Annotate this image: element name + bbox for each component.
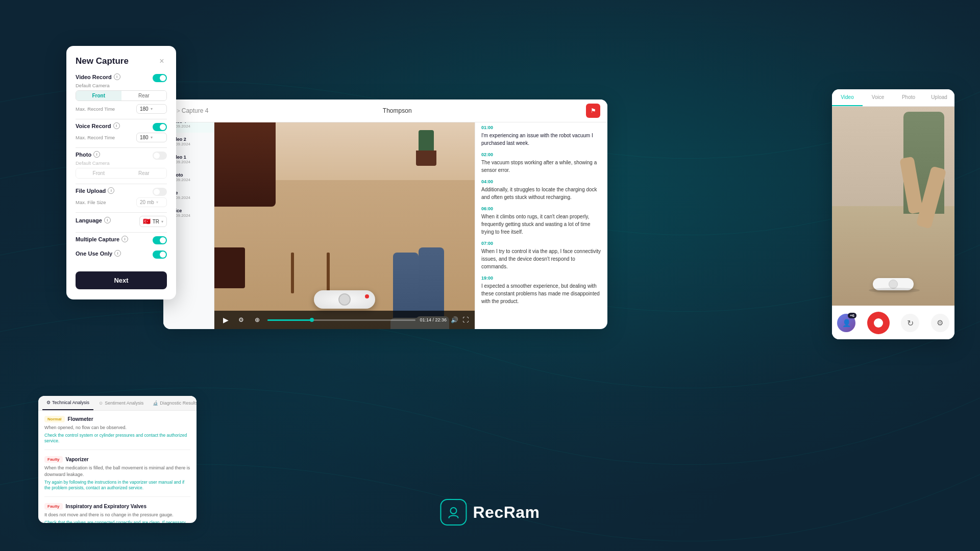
analysis-item: Faulty Inspiratory and Expiratory Valves… bbox=[44, 503, 190, 523]
voice-chevron-icon: ▾ bbox=[151, 135, 153, 140]
file-upload-toggle[interactable] bbox=[153, 188, 167, 196]
rec-scene bbox=[832, 107, 954, 306]
volume-button[interactable]: 🔊 bbox=[451, 316, 458, 323]
file-chevron-icon: ▾ bbox=[156, 200, 158, 205]
photo-front-btn: Front bbox=[76, 168, 121, 178]
record-button[interactable] bbox=[867, 312, 890, 334]
next-button[interactable]: Next bbox=[76, 271, 167, 289]
avatar-group[interactable]: 👤 +6 bbox=[837, 314, 855, 332]
technical-analysis-icon: ⚙ bbox=[46, 400, 51, 405]
play-button[interactable]: ▶ bbox=[220, 315, 231, 325]
video-record-label: Video Record bbox=[76, 74, 112, 80]
transcript-time: 07:00 bbox=[481, 241, 601, 246]
analysis-panel: ⚙ Technical Analysis ☺ Sentiment Analysi… bbox=[38, 396, 197, 523]
one-use-only-toggle[interactable] bbox=[153, 251, 167, 259]
transcript-panel: ✏️ Transcript ≡ Summary 01:00 I'm experi… bbox=[475, 99, 607, 329]
svg-point-0 bbox=[450, 508, 456, 514]
flag-button[interactable]: ⚑ bbox=[586, 104, 600, 118]
close-button[interactable]: × bbox=[157, 56, 167, 66]
transcript-text: When I try to control it via the app, I … bbox=[481, 247, 601, 270]
language-info-icon[interactable]: i bbox=[104, 217, 111, 223]
transcript-text: When it climbs onto rugs, it can't clean… bbox=[481, 213, 601, 236]
analysis-content: Normal Flowmeter When opened, no flow ca… bbox=[38, 411, 197, 523]
camera-front-btn[interactable]: Front bbox=[76, 91, 121, 101]
transcript-text: The vacuum stops working after a while, … bbox=[481, 159, 601, 174]
photo-info-icon[interactable]: i bbox=[93, 151, 100, 158]
tab-sentiment-analysis[interactable]: ☺ Sentiment Analysis bbox=[94, 396, 148, 410]
settings-video-icon[interactable]: ⚙ bbox=[235, 314, 247, 326]
transcript-content: 01:00 I'm experiencing an issue with the… bbox=[475, 120, 607, 329]
language-select[interactable]: 🇹🇷 TR ▾ bbox=[139, 216, 167, 227]
lang-chevron-icon: ▾ bbox=[161, 219, 163, 224]
voice-max-time-label: Max. Record Time bbox=[76, 135, 133, 140]
one-use-only-label: One Use Only bbox=[76, 251, 112, 257]
photo-camera-label: Default Camera bbox=[76, 160, 167, 166]
tab-upload[interactable]: Upload bbox=[924, 89, 954, 106]
transcript-time: 04:00 bbox=[481, 179, 601, 184]
chevron-down-icon: ▾ bbox=[151, 107, 153, 111]
transcript-time: 02:00 bbox=[481, 152, 601, 157]
tab-diagnostic-results[interactable]: 🔬 Diagnostic Results bbox=[149, 396, 197, 410]
max-file-size-select: 20 mb ▾ bbox=[136, 197, 167, 207]
item-name: Vaporizer bbox=[66, 457, 89, 462]
fullscreen-button[interactable]: ⛶ bbox=[462, 316, 469, 323]
file-upload-info-icon[interactable]: i bbox=[108, 187, 114, 194]
item-action: Check the control system or cylinder pre… bbox=[44, 433, 190, 445]
transcript-time: 06:00 bbox=[481, 206, 601, 211]
refresh-icon: ↻ bbox=[907, 318, 914, 328]
transcript-text: Additionally, it struggles to locate the… bbox=[481, 186, 601, 201]
video-record-toggle[interactable] bbox=[153, 74, 167, 82]
rec-controls: 👤 +6 ↻ ⚙ bbox=[832, 307, 954, 339]
camera-rear-btn[interactable]: Rear bbox=[121, 91, 167, 101]
transcript-time: 19:00 bbox=[481, 276, 601, 281]
video-area: ▶ ⚙ ⊕ 01:14 / 22:36 🔊 ⛶ bbox=[214, 99, 475, 329]
brand-icon bbox=[440, 499, 467, 525]
item-description: When the medication is filled, the ball … bbox=[44, 465, 190, 478]
tab-technical-analysis[interactable]: ⚙ Technical Analysis bbox=[42, 396, 93, 410]
tab-photo[interactable]: Photo bbox=[893, 89, 924, 106]
transcript-entry: 07:00 When I try to control it via the a… bbox=[481, 241, 601, 270]
status-badge: Normal bbox=[44, 416, 65, 422]
transcript-entry: 19:00 I expected a smoother experience, … bbox=[481, 276, 601, 305]
language-flag: 🇹🇷 bbox=[143, 218, 151, 225]
analysis-item: Faulty Vaporizer When the medication is … bbox=[44, 456, 190, 497]
brand-name: RecRam bbox=[473, 503, 540, 522]
brand-logo: RecRam bbox=[440, 499, 540, 525]
transcript-entry: 01:00 I'm experiencing an issue with the… bbox=[481, 125, 601, 147]
item-description: It does not move and there is no change … bbox=[44, 512, 190, 518]
user-name: Thompson bbox=[383, 107, 412, 114]
voice-record-label: Voice Record bbox=[76, 123, 111, 129]
user-icon: 👤 bbox=[842, 319, 851, 327]
voice-max-time-select[interactable]: 180 ▾ bbox=[136, 133, 167, 142]
photo-toggle[interactable] bbox=[153, 152, 167, 160]
photo-label: Photo bbox=[76, 152, 91, 158]
refresh-button[interactable]: ↻ bbox=[901, 314, 919, 332]
share-icon[interactable]: ⊕ bbox=[251, 314, 263, 326]
gear-icon: ⚙ bbox=[937, 318, 943, 328]
language-label: Language bbox=[76, 217, 102, 223]
multiple-capture-info-icon[interactable]: i bbox=[121, 236, 128, 242]
diagnostic-icon: 🔬 bbox=[153, 400, 158, 406]
progress-bar[interactable] bbox=[267, 319, 415, 321]
transcript-entry: 02:00 The vacuum stops working after a w… bbox=[481, 152, 601, 174]
video-player[interactable]: ▶ ⚙ ⊕ 01:14 / 22:36 🔊 ⛶ bbox=[214, 99, 475, 329]
item-name: Flowmeter bbox=[68, 416, 93, 422]
settings-button[interactable]: ⚙ bbox=[931, 314, 949, 332]
new-capture-dialog: New Capture × Video Record i Default Cam… bbox=[66, 46, 176, 299]
tab-video[interactable]: Video bbox=[832, 89, 863, 106]
tab-voice[interactable]: Voice bbox=[863, 89, 893, 106]
transcript-entry: 06:00 When it climbs onto rugs, it can't… bbox=[481, 206, 601, 236]
voice-record-toggle[interactable] bbox=[153, 123, 167, 131]
panel-header: ... > Capture 4 Thompson ⚑ bbox=[163, 99, 607, 122]
capture-breadcrumb: ... > Capture 4 bbox=[170, 107, 208, 114]
voice-record-info-icon[interactable]: i bbox=[113, 122, 120, 129]
max-record-time-select[interactable]: 180 ▾ bbox=[136, 104, 167, 114]
multiple-capture-toggle[interactable] bbox=[153, 236, 167, 244]
video-record-info-icon[interactable]: i bbox=[114, 73, 120, 80]
one-use-only-info-icon[interactable]: i bbox=[114, 250, 121, 257]
main-panel: › Video 4 07.09.2024 Video 2 13.09.2024 … bbox=[163, 99, 607, 329]
multiple-capture-label: Multiple Capture bbox=[76, 236, 119, 242]
avatar-count-badge: +6 bbox=[848, 313, 856, 318]
status-badge: Faulty bbox=[44, 503, 63, 510]
transcript-text: I expected a smoother experience, but de… bbox=[481, 282, 601, 305]
